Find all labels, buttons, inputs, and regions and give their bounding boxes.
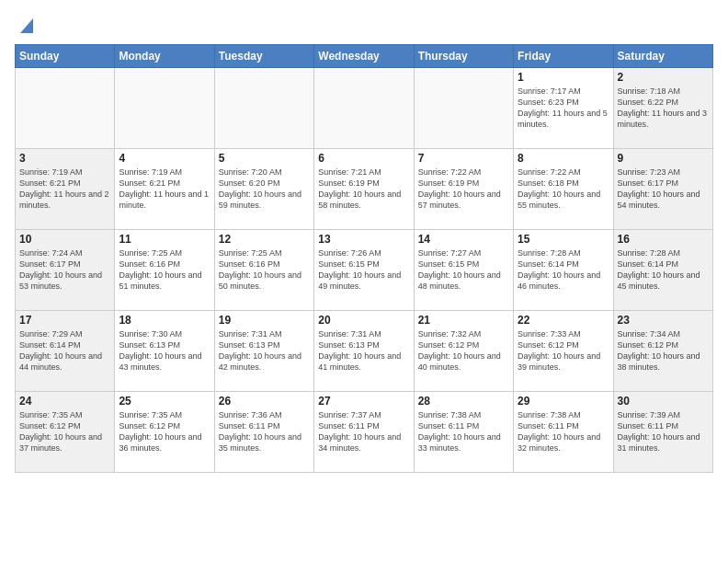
calendar-day-cell: 25Sunrise: 7:35 AM Sunset: 6:12 PM Dayli… xyxy=(115,392,214,473)
calendar-day-header: Monday xyxy=(115,45,214,68)
calendar-day-cell xyxy=(115,68,214,149)
day-number: 5 xyxy=(219,152,310,165)
day-info: Sunrise: 7:22 AM Sunset: 6:18 PM Dayligh… xyxy=(518,167,609,212)
day-info: Sunrise: 7:29 AM Sunset: 6:14 PM Dayligh… xyxy=(19,328,110,373)
calendar-day-cell xyxy=(214,68,313,149)
calendar-week-row: 24Sunrise: 7:35 AM Sunset: 6:12 PM Dayli… xyxy=(16,392,713,473)
day-number: 8 xyxy=(518,152,609,165)
calendar-day-cell: 18Sunrise: 7:30 AM Sunset: 6:13 PM Dayli… xyxy=(115,311,214,392)
day-info: Sunrise: 7:23 AM Sunset: 6:17 PM Dayligh… xyxy=(618,167,709,212)
header xyxy=(15,15,713,35)
day-info: Sunrise: 7:32 AM Sunset: 6:12 PM Dayligh… xyxy=(418,328,509,373)
day-info: Sunrise: 7:26 AM Sunset: 6:15 PM Dayligh… xyxy=(318,247,409,293)
day-number: 3 xyxy=(19,152,110,165)
day-info: Sunrise: 7:34 AM Sunset: 6:12 PM Dayligh… xyxy=(618,328,709,373)
day-number: 18 xyxy=(119,314,210,327)
calendar-day-cell: 26Sunrise: 7:36 AM Sunset: 6:11 PM Dayli… xyxy=(214,392,313,473)
calendar-day-cell: 15Sunrise: 7:28 AM Sunset: 6:14 PM Dayli… xyxy=(514,230,613,311)
calendar-day-cell xyxy=(16,68,115,149)
calendar-day-cell: 21Sunrise: 7:32 AM Sunset: 6:12 PM Dayli… xyxy=(414,311,513,392)
day-number: 19 xyxy=(219,314,310,327)
day-info: Sunrise: 7:38 AM Sunset: 6:11 PM Dayligh… xyxy=(418,409,509,454)
day-info: Sunrise: 7:36 AM Sunset: 6:11 PM Dayligh… xyxy=(219,409,310,454)
calendar-day-cell: 12Sunrise: 7:25 AM Sunset: 6:16 PM Dayli… xyxy=(214,230,313,311)
day-info: Sunrise: 7:22 AM Sunset: 6:19 PM Dayligh… xyxy=(418,167,509,212)
day-info: Sunrise: 7:19 AM Sunset: 6:21 PM Dayligh… xyxy=(119,167,210,212)
day-number: 16 xyxy=(618,233,709,246)
calendar-day-cell xyxy=(314,68,414,149)
day-number: 20 xyxy=(318,314,409,327)
calendar-day-cell: 11Sunrise: 7:25 AM Sunset: 6:16 PM Dayli… xyxy=(115,230,214,311)
calendar-day-cell: 6Sunrise: 7:21 AM Sunset: 6:19 PM Daylig… xyxy=(314,149,414,230)
calendar-day-cell: 24Sunrise: 7:35 AM Sunset: 6:12 PM Dayli… xyxy=(16,392,115,473)
day-info: Sunrise: 7:25 AM Sunset: 6:16 PM Dayligh… xyxy=(219,247,310,293)
day-number: 6 xyxy=(318,152,409,165)
day-number: 25 xyxy=(119,395,210,408)
calendar-table: SundayMondayTuesdayWednesdayThursdayFrid… xyxy=(15,44,713,473)
calendar-day-cell xyxy=(414,68,513,149)
calendar-day-header: Friday xyxy=(514,45,613,68)
calendar-day-cell: 19Sunrise: 7:31 AM Sunset: 6:13 PM Dayli… xyxy=(214,311,313,392)
day-info: Sunrise: 7:35 AM Sunset: 6:12 PM Dayligh… xyxy=(119,409,210,454)
calendar-day-cell: 7Sunrise: 7:22 AM Sunset: 6:19 PM Daylig… xyxy=(414,149,513,230)
calendar-day-cell: 1Sunrise: 7:17 AM Sunset: 6:23 PM Daylig… xyxy=(514,68,613,149)
day-number: 28 xyxy=(418,395,509,408)
calendar-day-cell: 4Sunrise: 7:19 AM Sunset: 6:21 PM Daylig… xyxy=(115,149,214,230)
day-number: 26 xyxy=(219,395,310,408)
svg-marker-0 xyxy=(20,18,33,33)
calendar-week-row: 3Sunrise: 7:19 AM Sunset: 6:21 PM Daylig… xyxy=(16,149,713,230)
calendar-day-cell: 5Sunrise: 7:20 AM Sunset: 6:20 PM Daylig… xyxy=(214,149,313,230)
calendar-day-cell: 16Sunrise: 7:28 AM Sunset: 6:14 PM Dayli… xyxy=(613,230,712,311)
day-info: Sunrise: 7:18 AM Sunset: 6:22 PM Dayligh… xyxy=(618,86,709,131)
day-number: 14 xyxy=(418,233,509,246)
day-info: Sunrise: 7:39 AM Sunset: 6:11 PM Dayligh… xyxy=(618,409,709,454)
calendar-day-header: Thursday xyxy=(414,45,513,68)
day-number: 24 xyxy=(19,395,110,408)
calendar-day-cell: 30Sunrise: 7:39 AM Sunset: 6:11 PM Dayli… xyxy=(613,392,712,473)
day-info: Sunrise: 7:30 AM Sunset: 6:13 PM Dayligh… xyxy=(119,328,210,373)
calendar-day-cell: 3Sunrise: 7:19 AM Sunset: 6:21 PM Daylig… xyxy=(16,149,115,230)
calendar-day-cell: 2Sunrise: 7:18 AM Sunset: 6:22 PM Daylig… xyxy=(613,68,712,149)
calendar-week-row: 10Sunrise: 7:24 AM Sunset: 6:17 PM Dayli… xyxy=(16,230,713,311)
day-number: 10 xyxy=(19,233,110,246)
calendar-day-header: Sunday xyxy=(16,45,115,68)
logo-icon xyxy=(17,15,37,35)
calendar-day-cell: 14Sunrise: 7:27 AM Sunset: 6:15 PM Dayli… xyxy=(414,230,513,311)
day-number: 23 xyxy=(618,314,709,327)
day-info: Sunrise: 7:37 AM Sunset: 6:11 PM Dayligh… xyxy=(318,409,409,454)
day-number: 9 xyxy=(618,152,709,165)
calendar-day-header: Wednesday xyxy=(314,45,414,68)
day-info: Sunrise: 7:33 AM Sunset: 6:12 PM Dayligh… xyxy=(518,328,609,373)
day-number: 11 xyxy=(119,233,210,246)
calendar-day-cell: 10Sunrise: 7:24 AM Sunset: 6:17 PM Dayli… xyxy=(16,230,115,311)
day-info: Sunrise: 7:31 AM Sunset: 6:13 PM Dayligh… xyxy=(318,328,409,373)
calendar-day-cell: 22Sunrise: 7:33 AM Sunset: 6:12 PM Dayli… xyxy=(514,311,613,392)
calendar-day-cell: 28Sunrise: 7:38 AM Sunset: 6:11 PM Dayli… xyxy=(414,392,513,473)
calendar-day-cell: 13Sunrise: 7:26 AM Sunset: 6:15 PM Dayli… xyxy=(314,230,414,311)
day-number: 30 xyxy=(618,395,709,408)
day-number: 29 xyxy=(518,395,609,408)
day-info: Sunrise: 7:24 AM Sunset: 6:17 PM Dayligh… xyxy=(19,247,110,293)
day-info: Sunrise: 7:27 AM Sunset: 6:15 PM Dayligh… xyxy=(418,247,509,293)
calendar-day-header: Tuesday xyxy=(214,45,313,68)
calendar-header-row: SundayMondayTuesdayWednesdayThursdayFrid… xyxy=(16,45,713,68)
calendar-week-row: 1Sunrise: 7:17 AM Sunset: 6:23 PM Daylig… xyxy=(16,68,713,149)
calendar-day-cell: 29Sunrise: 7:38 AM Sunset: 6:11 PM Dayli… xyxy=(514,392,613,473)
day-number: 27 xyxy=(318,395,409,408)
page: SundayMondayTuesdayWednesdayThursdayFrid… xyxy=(0,0,728,563)
calendar-day-header: Saturday xyxy=(613,45,712,68)
day-number: 7 xyxy=(418,152,509,165)
day-info: Sunrise: 7:25 AM Sunset: 6:16 PM Dayligh… xyxy=(119,247,210,293)
day-number: 2 xyxy=(618,71,709,84)
day-number: 17 xyxy=(19,314,110,327)
calendar-day-cell: 17Sunrise: 7:29 AM Sunset: 6:14 PM Dayli… xyxy=(16,311,115,392)
calendar-day-cell: 20Sunrise: 7:31 AM Sunset: 6:13 PM Dayli… xyxy=(314,311,414,392)
day-info: Sunrise: 7:21 AM Sunset: 6:19 PM Dayligh… xyxy=(318,167,409,212)
calendar-day-cell: 23Sunrise: 7:34 AM Sunset: 6:12 PM Dayli… xyxy=(613,311,712,392)
calendar-day-cell: 8Sunrise: 7:22 AM Sunset: 6:18 PM Daylig… xyxy=(514,149,613,230)
calendar-week-row: 17Sunrise: 7:29 AM Sunset: 6:14 PM Dayli… xyxy=(16,311,713,392)
day-number: 1 xyxy=(518,71,609,84)
logo xyxy=(15,15,37,35)
day-number: 4 xyxy=(119,152,210,165)
day-number: 12 xyxy=(219,233,310,246)
